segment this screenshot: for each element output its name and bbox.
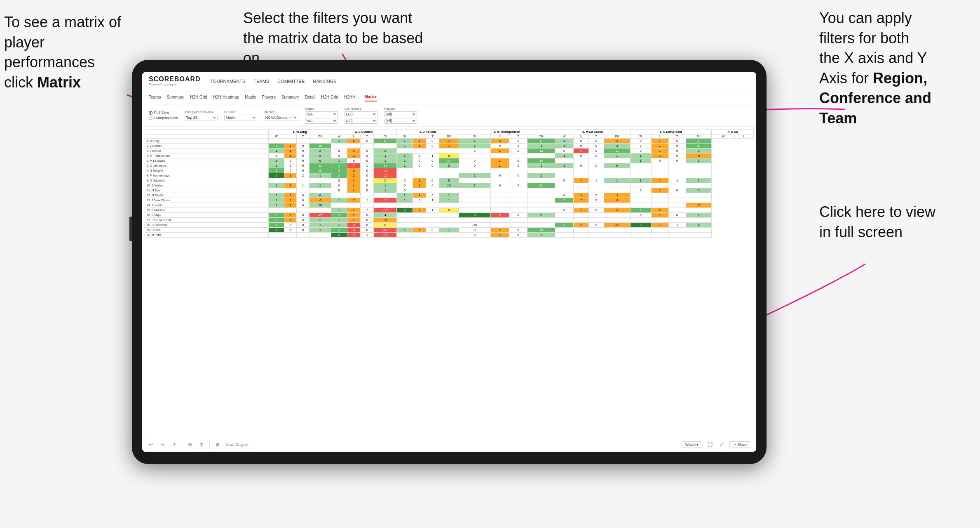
nav-teams[interactable]: TEAMS: [253, 77, 269, 85]
division-select[interactable]: NCAA Division I: [264, 115, 298, 120]
cell-11-5: [347, 193, 360, 198]
cell-17-9: [413, 223, 426, 228]
cell-13-2: 0: [297, 203, 309, 208]
cell-13-12: [459, 203, 490, 208]
cell-1-18: 0: [588, 144, 604, 148]
cell-5-21: [651, 163, 668, 168]
cell-11-22: [668, 193, 686, 198]
radio-compact-view[interactable]: Compact View: [149, 116, 178, 120]
region-label: Region: [305, 107, 338, 111]
cell-3-17: 0: [574, 153, 589, 158]
fullscreen-icon[interactable]: ⤢: [718, 441, 725, 448]
cell-15-6: 0: [361, 213, 374, 218]
nav-rankings[interactable]: RANKINGS: [313, 77, 336, 85]
region-select-1[interactable]: N/A: [305, 111, 338, 117]
cell-1-3: 16: [309, 144, 331, 148]
subnav-h2h-grid[interactable]: H2H Grid: [190, 93, 207, 101]
conference-select-1[interactable]: (All): [345, 111, 377, 117]
cell-9-12: 1: [459, 183, 490, 188]
subnav-matrix-active[interactable]: Matrix: [365, 93, 377, 101]
cell-6-19: [604, 168, 630, 173]
settings-icon[interactable]: ⚙: [214, 441, 221, 448]
radio-full-view-label: Full View: [154, 111, 169, 115]
cell-1-2: 0: [297, 144, 309, 148]
cell-10-18: [588, 188, 604, 193]
cell-10-19: [604, 188, 630, 193]
subnav-detail[interactable]: Detail: [305, 93, 316, 101]
subnav-h2h-heatmap[interactable]: H2H Heatmap: [213, 93, 239, 101]
share-button[interactable]: ↗ Share: [729, 441, 751, 448]
zoom-icon[interactable]: ⊕: [186, 441, 194, 448]
conference-select-2[interactable]: (All): [345, 118, 377, 124]
subnav-summary[interactable]: Summary: [166, 93, 184, 101]
cell-6-14: [509, 168, 528, 173]
cell-19-14: 0: [509, 233, 528, 238]
subnav-summary2[interactable]: Summary: [281, 93, 299, 101]
forward-icon[interactable]: ↗: [170, 441, 178, 448]
redo-icon[interactable]: ↪: [159, 441, 166, 448]
radio-full-view[interactable]: Full View: [149, 111, 178, 115]
ann-rt-line6: Team: [819, 110, 857, 127]
cell-9-15: 11: [528, 183, 555, 188]
undo-icon[interactable]: ↩: [147, 441, 155, 448]
cell-1-15: 1: [528, 144, 555, 148]
cell-13-14: [509, 203, 528, 208]
cell-15-13: 3: [490, 213, 509, 218]
subnav-teams[interactable]: Teams: [149, 93, 161, 101]
ann-center-text: Select the filters you want the matrix d…: [243, 9, 423, 66]
cell-3-2: 0: [297, 153, 309, 158]
cell-6-20: [630, 168, 651, 173]
players-select-1[interactable]: (All): [384, 111, 417, 117]
col-header-2: 2. L Clanton: [331, 130, 397, 134]
cell-18-14: 0: [509, 228, 528, 233]
sh-5-d: Dif: [604, 134, 630, 139]
cell-11-4: [331, 193, 347, 198]
cell-17-3: 1: [309, 223, 331, 228]
layout-icon[interactable]: ⊞: [198, 441, 205, 448]
cell-3-20: 1: [630, 153, 651, 158]
subnav-matrix-players[interactable]: Matrix: [245, 93, 256, 101]
nav-tournaments[interactable]: TOURNAMENTS: [211, 77, 246, 85]
screen-icon[interactable]: ⛶: [706, 441, 714, 448]
cell-12-19: -1: [604, 198, 630, 203]
cell-4-11: 14: [439, 158, 459, 163]
cell-4-4: 1: [331, 158, 347, 163]
cell-12-20: [630, 198, 651, 203]
subnav-players[interactable]: Players: [262, 93, 276, 101]
cell-8-0: [269, 178, 284, 183]
cell-1-14: 0: [509, 144, 528, 148]
cell-17-19: -10: [604, 223, 630, 228]
subnav-h2hh[interactable]: H2HH...: [344, 93, 359, 101]
cell-10-7: 1: [374, 188, 397, 193]
sh-7-w: W: [712, 134, 735, 139]
nav-committee[interactable]: COMMITTEE: [277, 77, 305, 85]
cell-15-7: 4: [374, 213, 397, 218]
cell-8-3: [309, 178, 331, 183]
cell-19-23: [686, 233, 712, 238]
cell-5-14: 0: [509, 163, 528, 168]
max-players-select[interactable]: Top 25: [185, 115, 218, 120]
cell-15-10: [426, 213, 439, 218]
max-players-group: Max players in view Top 25: [185, 110, 218, 120]
cell-10-10: [426, 188, 439, 193]
cell-2-6: 0: [361, 148, 374, 153]
cell-8-17: 1: [574, 178, 589, 183]
subnav-h2h-grid2[interactable]: H2H Grid: [321, 93, 338, 101]
cell-12-9: 0: [413, 198, 426, 203]
cell-19-22: [668, 233, 686, 238]
players-select-2[interactable]: (All): [384, 118, 417, 124]
radio-full-view-circle: [149, 111, 152, 115]
ann-rt-line4-bold: Region,: [873, 70, 927, 87]
cell-5-19: 6: [604, 163, 630, 168]
watch-button[interactable]: Watch ▾: [682, 441, 703, 448]
gender-select[interactable]: Men's: [224, 115, 257, 120]
cell-3-9: 0: [413, 153, 426, 158]
cell-1-8: 1: [397, 144, 413, 148]
cell-2-21: 1: [651, 148, 668, 153]
cell-13-20: [630, 203, 651, 208]
cell-15-1: 1: [284, 213, 297, 218]
cell-6-9: [413, 168, 426, 173]
region-select-2[interactable]: N/A: [305, 118, 338, 124]
cell-0-21: 1: [651, 139, 668, 144]
ann-rb-line1: Click here to view: [819, 203, 935, 220]
